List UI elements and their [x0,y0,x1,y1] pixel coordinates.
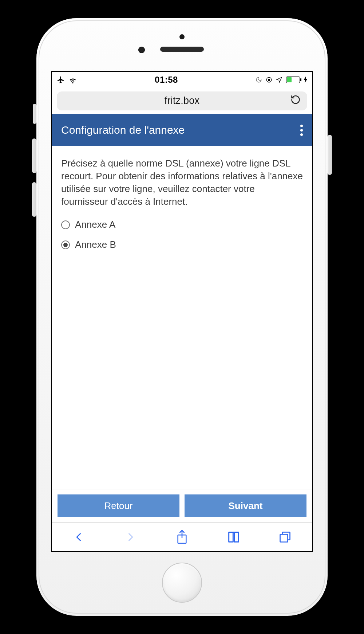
iphone-device-frame: 01:58 fritz.box [36,18,328,616]
ios-status-bar: 01:58 [52,72,312,88]
radio-label: Annexe A [75,219,115,230]
radio-annex-b[interactable]: Annexe B [61,239,303,250]
radio-dot [61,240,70,249]
location-icon [276,77,282,83]
safari-address-bar: fritz.box [52,88,312,114]
description-text: Précisez à quelle norme DSL (annexe) vot… [61,157,303,208]
back-button[interactable]: Retour [58,494,179,517]
url-field[interactable]: fritz.box [57,91,307,110]
volume-down [32,182,36,217]
radio-annex-a[interactable]: Annexe A [61,219,303,230]
svg-rect-3 [280,534,288,542]
power-button [328,135,332,175]
main-content: Précisez à quelle norme DSL (annexe) vot… [52,146,312,489]
next-button[interactable]: Suivant [185,494,306,517]
action-bar: Retour Suivant [52,489,312,522]
annex-radio-group: Annexe A Annexe B [61,219,303,250]
safari-bookmarks-icon[interactable] [226,529,242,545]
wifi-icon [68,75,77,84]
home-button[interactable] [162,563,202,603]
earpiece-speaker [160,47,204,52]
radio-label: Annexe B [75,239,116,250]
kebab-menu-icon[interactable] [300,125,303,136]
volume-up [32,138,36,173]
safari-tabs-icon[interactable] [277,529,293,545]
screen: 01:58 fritz.box [51,71,313,552]
url-text: fritz.box [165,95,199,106]
safari-forward-icon [122,529,138,545]
status-time: 01:58 [77,75,256,85]
app-header: Configuration de l'annexe [52,114,312,146]
proximity-sensor [179,34,185,39]
battery-icon [286,77,300,83]
page-title: Configuration de l'annexe [61,124,185,136]
radio-dot [61,220,70,229]
charging-icon [304,77,307,83]
safari-back-icon[interactable] [71,529,87,545]
rotation-lock-icon [266,77,272,83]
safari-toolbar [52,522,312,551]
safari-share-icon[interactable] [174,529,190,545]
mute-switch [33,104,36,124]
front-camera [138,47,145,53]
airplane-mode-icon [57,76,65,84]
moon-icon [256,77,262,83]
reload-icon[interactable] [290,94,301,107]
